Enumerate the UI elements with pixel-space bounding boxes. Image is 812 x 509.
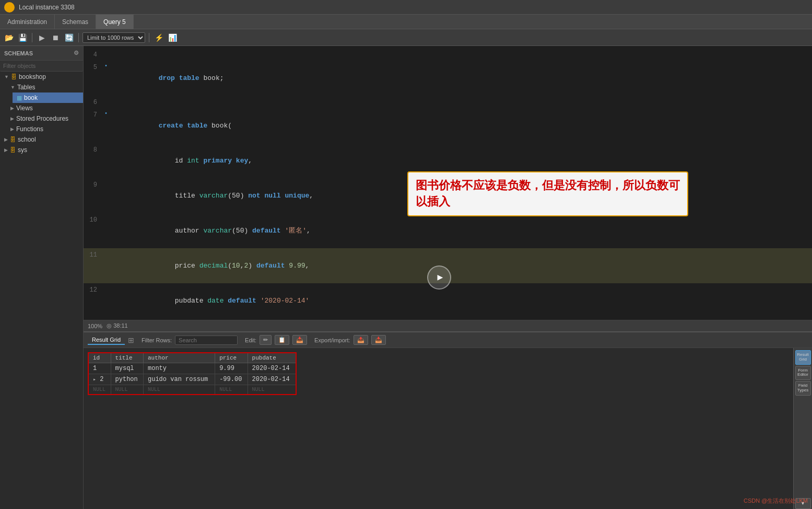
views-label: Views	[16, 105, 33, 112]
filter-rows-label: Filter Rows:	[142, 337, 172, 343]
annotation-text: 图书价格不应该是负数，但是没有控制，所以负数可 以插入	[416, 178, 680, 210]
code-line-5: 5 • drop table book;	[84, 61, 812, 96]
schema-name: school	[18, 136, 36, 143]
cell-title: python	[111, 374, 143, 385]
result-area: Result Grid ⊞ Filter Rows: Edit: ✏ 📋 📥 E…	[84, 331, 812, 509]
grid-icon[interactable]: ⊞	[128, 336, 134, 344]
result-side-panel: ResultGrid FormEditor FieldTypes ▼	[793, 348, 812, 509]
schemas-settings-icon[interactable]: ⚙	[74, 50, 79, 56]
schema-name: bookshop	[19, 73, 46, 80]
cell-null: NULL	[88, 385, 111, 395]
table-name: book	[24, 94, 38, 101]
refresh-btn[interactable]: 🔄	[63, 32, 75, 43]
toolbar-separator-1	[32, 33, 32, 42]
edit-copy-btn[interactable]: 📋	[275, 335, 289, 345]
stored-procedures-folder[interactable]: ▶ Stored Procedures	[6, 113, 83, 124]
tab-bar: Administration Schemas Query 5	[0, 15, 812, 29]
schema-sys[interactable]: ▶ 🗄 sys	[0, 145, 83, 155]
code-line-13: 13 );	[84, 318, 812, 320]
code-line-4: 4	[84, 48, 812, 61]
schema-icon: 🗄	[10, 147, 16, 153]
toolbar-separator-3	[149, 33, 149, 42]
cell-null: NULL	[111, 385, 143, 395]
cell-id: ▸ 2	[88, 374, 111, 385]
cursor-position: ◎ 38:11	[107, 322, 128, 329]
code-line-12: 12 pubdate date default '2020-02-14'	[84, 283, 812, 318]
cell-id: 1	[88, 363, 111, 374]
stop-btn[interactable]: ⏹	[50, 32, 61, 43]
result-grid-side-btn[interactable]: ResultGrid	[795, 350, 811, 365]
expand-icon: ▼	[10, 85, 15, 90]
toolbar-separator-2	[78, 33, 79, 42]
result-table-container[interactable]: id title author price pubdate 1	[84, 348, 793, 509]
expand-icon: ▶	[10, 116, 14, 121]
main-layout: SCHEMAS ⚙ ▼ 🗄 bookshop ▼ Tables ▦ book	[0, 46, 812, 509]
schema-icon: 🗄	[10, 136, 16, 143]
import-btn[interactable]: 📥	[371, 335, 386, 345]
edit-pencil-btn[interactable]: ✏	[260, 335, 272, 345]
form-editor-side-btn[interactable]: FormEditor	[795, 366, 811, 380]
stored-procedures-label: Stored Procedures	[16, 115, 68, 122]
play-button[interactable]: ▶	[427, 265, 451, 290]
schema-filter-input[interactable]	[0, 61, 83, 72]
col-header-author[interactable]: author	[144, 353, 215, 363]
export-label: Export/import:	[314, 337, 350, 343]
tab-administration[interactable]: Administration	[0, 15, 55, 29]
cell-pubdate: 2020-02-14	[248, 374, 296, 385]
schemas-header: SCHEMAS ⚙	[0, 46, 83, 61]
tab-schemas[interactable]: Schemas	[55, 15, 96, 29]
query-stats-btn[interactable]: 📊	[167, 32, 178, 43]
expand-icon: ▶	[4, 147, 8, 153]
tab-query5[interactable]: Query 5	[96, 15, 134, 29]
col-header-price[interactable]: price	[215, 353, 248, 363]
functions-folder[interactable]: ▶ Functions	[6, 124, 83, 134]
filter-rows-input[interactable]	[175, 336, 238, 345]
col-header-pubdate[interactable]: pubdate	[248, 353, 296, 363]
tables-label: Tables	[17, 84, 36, 91]
result-table: id title author price pubdate 1	[88, 352, 297, 395]
field-types-side-btn[interactable]: FieldTypes	[795, 381, 811, 396]
edit-label: Edit:	[245, 337, 256, 343]
explain-btn[interactable]: ⚡	[153, 32, 164, 43]
cell-null: NULL	[215, 385, 248, 395]
result-row-1[interactable]: 1 mysql monty 9.99 2020-02-14	[88, 363, 296, 374]
table-icon: ▦	[17, 95, 22, 101]
code-line-10: 10 author varchar(50) default '匿名',	[84, 213, 812, 248]
tables-folder[interactable]: ▼ Tables	[6, 82, 83, 92]
expand-icon: ▶	[4, 137, 8, 142]
play-icon: ▶	[438, 272, 443, 283]
expand-icon: ▶	[10, 126, 14, 132]
code-line-7: 7 • create table book(	[84, 108, 812, 143]
schema-school[interactable]: ▶ 🗄 school	[0, 134, 83, 145]
execute-btn[interactable]: ▶	[36, 32, 48, 43]
cell-null: NULL	[248, 385, 296, 395]
cell-author: guido van rossum	[144, 374, 215, 385]
result-grid-area: id title author price pubdate 1	[84, 348, 812, 509]
col-header-id[interactable]: id	[88, 353, 111, 363]
watermark: CSDN @生活在别处LKM	[744, 497, 808, 505]
cell-author: monty	[144, 363, 215, 374]
sidebar: SCHEMAS ⚙ ▼ 🗄 bookshop ▼ Tables ▦ book	[0, 46, 84, 509]
toolbar: 📂 💾 ▶ ⏹ 🔄 Limit to 1000 rows ⚡ 📊	[0, 29, 812, 46]
views-folder[interactable]: ▶ Views	[6, 103, 83, 113]
schema-name: sys	[18, 146, 27, 154]
save-btn[interactable]: 💾	[17, 32, 28, 43]
col-header-title[interactable]: title	[111, 353, 143, 363]
edit-paste-btn[interactable]: 📥	[292, 335, 307, 345]
open-file-btn[interactable]: 📂	[3, 32, 15, 43]
cell-price: 9.99	[215, 363, 248, 374]
schema-bookshop[interactable]: ▼ 🗄 bookshop	[0, 72, 83, 82]
result-grid-tab[interactable]: Result Grid	[88, 336, 125, 345]
export-btn[interactable]: 📤	[354, 335, 368, 345]
code-line-6: 6	[84, 96, 812, 108]
functions-label: Functions	[16, 125, 43, 133]
schema-icon: 🗄	[11, 74, 17, 80]
table-book[interactable]: ▦ book	[13, 92, 83, 103]
result-toolbar: Result Grid ⊞ Filter Rows: Edit: ✏ 📋 📥 E…	[84, 332, 812, 348]
top-bar: Local instance 3308	[0, 0, 812, 15]
content-area: 4 5 • drop table book; 6	[84, 46, 812, 509]
sql-editor[interactable]: 4 5 • drop table book; 6	[84, 46, 812, 320]
result-row-null-id: NULL NULL NULL NULL NULL	[88, 385, 296, 395]
result-row-2[interactable]: ▸ 2 python guido van rossum -99.00 2020-…	[88, 374, 296, 385]
limit-rows-select[interactable]: Limit to 1000 rows	[83, 32, 145, 43]
